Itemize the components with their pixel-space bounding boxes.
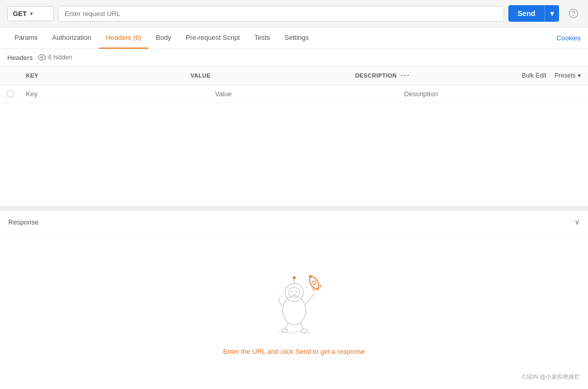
tips-icon[interactable]	[566, 6, 581, 21]
method-label: GET	[13, 10, 27, 18]
svg-point-2	[41, 56, 43, 58]
more-options-icon[interactable]: ···	[401, 71, 410, 80]
section-divider	[0, 206, 588, 211]
bulk-edit-button[interactable]: Bulk Edit	[522, 72, 546, 79]
description-input[interactable]	[404, 90, 583, 98]
svg-point-15	[277, 290, 278, 291]
tab-settings[interactable]: Settings	[277, 27, 316, 49]
svg-point-11	[312, 280, 316, 285]
tabs-row: Params Authorization Headers (6) Body Pr…	[0, 27, 588, 49]
empty-area	[0, 103, 588, 206]
svg-point-18	[312, 283, 313, 284]
top-bar: GET ▾ Send ▾	[0, 0, 588, 27]
tab-headers[interactable]: Headers (6)	[99, 27, 149, 49]
svg-point-16	[283, 287, 284, 288]
hidden-count-badge[interactable]: 6 hidden	[38, 53, 72, 62]
response-header: Response ∨	[0, 211, 588, 234]
empty-response: Enter the URL and click Send to get a re…	[0, 234, 588, 371]
send-button[interactable]: Send ▾	[508, 5, 559, 22]
svg-point-7	[295, 291, 297, 292]
table-actions: Bulk Edit Presets ▾	[515, 70, 588, 81]
send-label: Send	[508, 5, 545, 22]
col-key-header: KEY	[21, 70, 185, 81]
row-checkbox-container	[0, 85, 21, 102]
astronaut-illustration	[253, 255, 336, 337]
tab-authorization[interactable]: Authorization	[45, 27, 99, 49]
svg-point-3	[282, 296, 306, 325]
svg-point-4	[285, 283, 303, 302]
key-input[interactable]	[26, 90, 205, 98]
headers-table: KEY VALUE DESCRIPTION ··· Bulk Edit Pres…	[0, 66, 588, 103]
send-dropdown-arrow: ▾	[545, 5, 559, 22]
svg-point-17	[306, 287, 307, 288]
response-section: Response ∨	[0, 211, 588, 371]
method-chevron: ▾	[30, 11, 33, 17]
svg-point-6	[291, 291, 293, 292]
method-dropdown[interactable]: GET ▾	[7, 6, 54, 21]
value-input[interactable]	[215, 90, 394, 98]
hidden-count-text: 6 hidden	[48, 54, 72, 61]
response-label: Response	[8, 218, 39, 226]
tab-prerequest[interactable]: Pre-request Script	[178, 27, 247, 49]
svg-point-1	[574, 16, 574, 16]
col-value-header: VALUE	[185, 70, 350, 81]
presets-button[interactable]: Presets ▾	[554, 72, 581, 79]
tab-params[interactable]: Params	[7, 27, 45, 49]
headers-sub-row: Headers 6 hidden	[0, 49, 588, 66]
cookies-link[interactable]: Cookies	[556, 28, 581, 48]
empty-response-text: Enter the URL and click Send to get a re…	[223, 348, 365, 355]
tab-body[interactable]: Body	[148, 27, 178, 49]
response-collapse-button[interactable]: ∨	[575, 218, 580, 226]
tab-tests[interactable]: Tests	[247, 27, 277, 49]
svg-point-0	[569, 9, 578, 18]
svg-point-14	[281, 295, 282, 296]
svg-point-5	[289, 287, 299, 298]
col-description-header: DESCRIPTION ···	[350, 69, 515, 82]
table-row	[0, 85, 588, 103]
headers-label: Headers	[7, 54, 33, 62]
row-checkbox[interactable]	[7, 91, 14, 97]
svg-point-9	[293, 276, 295, 279]
url-input[interactable]	[58, 6, 504, 22]
